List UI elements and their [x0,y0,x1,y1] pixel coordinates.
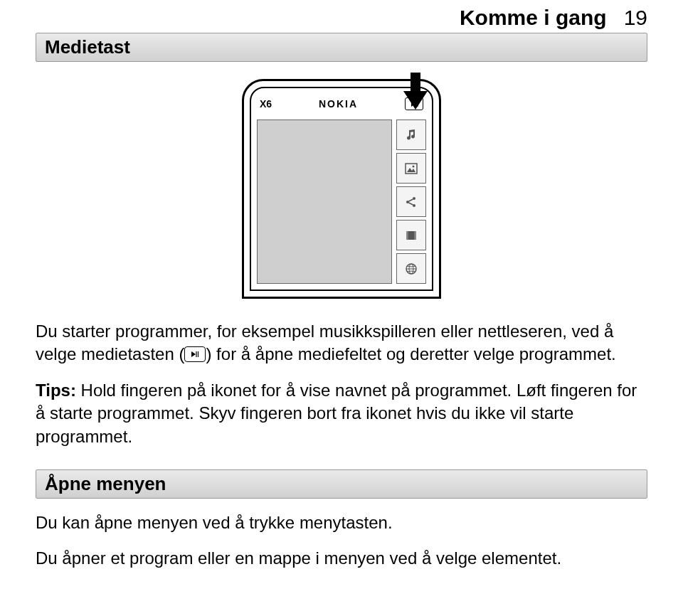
phone-brand-label: NOKIA [319,98,358,110]
phone-illustration: X6 NOKIA [36,79,647,299]
page-header: Komme i gang 19 [36,0,647,33]
arrow-indicator [402,73,429,110]
screen-main-area [257,120,392,284]
phone-frame: X6 NOKIA [242,79,441,299]
section-heading-apne-menyen: Åpne menyen [36,469,647,499]
svg-point-5 [413,165,415,167]
section-title: Medietast [45,36,130,58]
music-icon [396,120,426,150]
intro-paragraph: Du starter programmer, for eksempel musi… [36,320,647,366]
chapter-title: Komme i gang [460,6,607,30]
section-heading-medietast: Medietast [36,33,647,62]
phone-model-label: X6 [260,98,272,110]
share-icon [396,186,426,217]
svg-marker-23 [191,351,196,357]
media-bar [396,120,426,284]
globe-icon [396,253,426,284]
page-number: 19 [624,6,647,30]
tips-label: Tips: [36,381,76,400]
svg-line-10 [409,203,413,205]
phone-inner: X6 NOKIA [250,87,433,291]
tips-text: Hold fingeren på ikonet for å vise navne… [36,381,637,446]
menu-para1: Du kan åpne menyen ved å trykke menytast… [36,511,647,534]
menu-para2: Du åpner et program eller en mappe i men… [36,547,647,570]
section2-title: Åpne menyen [45,473,166,494]
para1-part2: ) for å åpne mediefeltet og deretter vel… [206,344,615,363]
svg-marker-4 [407,168,415,172]
media-key-inline-icon [184,346,206,362]
phone-screen [254,120,429,287]
video-icon [396,220,426,250]
image-icon [396,153,426,184]
tips-paragraph: Tips: Hold fingeren på ikonet for å vise… [36,379,647,448]
svg-line-9 [409,199,413,201]
